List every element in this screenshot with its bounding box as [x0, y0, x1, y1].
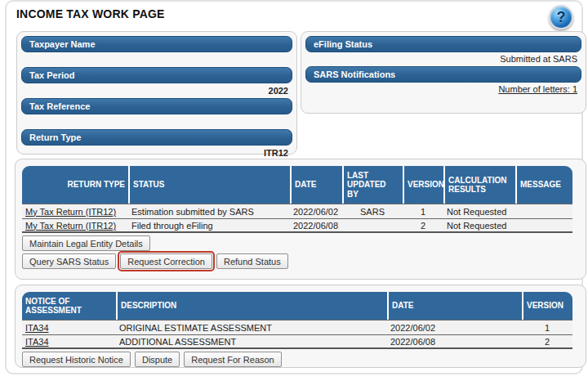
taxpayer-name-section: Taxpayer Name	[17, 36, 296, 66]
sars-notifications-section: SARS Notifications Number of letters: 1	[301, 66, 586, 96]
updated-cell	[342, 219, 403, 231]
taxpayer-name-header: Taxpayer Name	[21, 36, 292, 52]
version-cell: 1	[522, 320, 572, 334]
efiling-status-value: Submitted at SARS	[310, 52, 577, 65]
description-cell: ADDITIONAL ASSESSMENT	[116, 335, 387, 347]
ita34-link[interactable]: ITA34	[25, 323, 49, 333]
message-cell	[515, 204, 572, 218]
col-notice-of-assessment: NOTICE OF ASSESSMENT	[22, 292, 116, 320]
col-last-updated: LAST UPDATED BY	[342, 166, 403, 204]
query-sars-status-button[interactable]: Query SARS Status	[22, 253, 116, 269]
version-cell: 2	[522, 335, 572, 347]
request-historic-notice-button[interactable]: Request Historic Notice	[22, 352, 131, 367]
date-cell: 2022/06/02	[290, 204, 342, 218]
version-cell: 2	[403, 219, 443, 231]
message-cell	[515, 219, 572, 231]
number-of-letters-link[interactable]: Number of letters: 1	[498, 84, 577, 94]
col-description: DESCRIPTION	[116, 292, 387, 320]
description-cell: ORIGINAL ESTIMATE ASSESSMENT	[116, 320, 387, 334]
col-calc-results: CALCULATION RESULTS	[443, 166, 515, 204]
calc-cell: Not Requested	[443, 219, 515, 231]
date-cell: 2022/06/08	[387, 335, 522, 347]
taxpayer-name-value	[25, 53, 288, 66]
col-date: DATE	[387, 292, 522, 320]
date-cell: 2022/06/08	[290, 219, 342, 231]
version-cell: 1	[403, 204, 443, 218]
col-message: MESSAGE	[515, 166, 572, 204]
updated-cell: SARS	[342, 204, 403, 218]
tax-period-section: Tax Period 2022	[17, 67, 296, 97]
tax-reference-section: Tax Reference	[17, 98, 296, 128]
returns-table: RETURN TYPE STATUS DATE LAST UPDATED BY …	[22, 166, 572, 269]
help-icon[interactable]: ?	[549, 5, 573, 29]
table-row: My Tax Return (ITR12) Filed through eFil…	[22, 218, 572, 233]
notices-table-header: NOTICE OF ASSESSMENT DESCRIPTION DATE VE…	[22, 292, 572, 320]
col-return-type: RETURN TYPE	[22, 166, 128, 204]
tax-reference-header: Tax Reference	[21, 98, 292, 114]
date-cell: 2022/06/02	[387, 320, 522, 334]
returns-table-header: RETURN TYPE STATUS DATE LAST UPDATED BY …	[22, 166, 572, 204]
sars-notifications-header: SARS Notifications	[305, 66, 581, 83]
notices-panel: NOTICE OF ASSESSMENT DESCRIPTION DATE VE…	[15, 285, 586, 368]
my-tax-return-link[interactable]: My Tax Return (ITR12)	[25, 221, 116, 231]
status-cell: Filed through eFiling	[128, 219, 290, 231]
notices-table: NOTICE OF ASSESSMENT DESCRIPTION DATE VE…	[22, 292, 572, 367]
taxpayer-info-panel: Taxpayer Name Tax Period 2022 Tax Refere…	[16, 31, 297, 155]
page-title: INCOME TAX WORK PAGE	[16, 7, 165, 20]
request-correction-button[interactable]: Request Correction	[120, 253, 212, 269]
refund-status-button[interactable]: Refund Status	[216, 253, 288, 269]
efiling-status-section: eFiling Status Submitted at SARS	[301, 36, 586, 65]
col-version: VERSION	[403, 166, 443, 204]
efiling-status-panel: eFiling Status Submitted at SARS SARS No…	[301, 31, 586, 114]
work-page-frame: INCOME TAX WORK PAGE ? Taxpayer Name Tax…	[5, 0, 583, 374]
return-type-section: Return Type ITR12	[17, 129, 296, 159]
tax-period-value: 2022	[25, 84, 288, 97]
col-date: DATE	[290, 166, 342, 204]
return-type-value: ITR12	[25, 146, 288, 159]
calc-cell: Not Requested	[443, 204, 515, 218]
dispute-button[interactable]: Dispute	[135, 352, 180, 367]
my-tax-return-link[interactable]: My Tax Return (ITR12)	[25, 207, 116, 217]
maintain-legal-entity-button[interactable]: Maintain Legal Entity Details	[22, 235, 150, 251]
status-cell: Estimation submitted by SARS	[128, 204, 290, 218]
request-for-reason-button[interactable]: Request For Reason	[184, 352, 282, 367]
table-row: ITA34 ORIGINAL ESTIMATE ASSESSMENT 2022/…	[22, 320, 572, 334]
col-version: VERSION	[522, 292, 572, 320]
table-row: ITA34 ADDITIONAL ASSESSMENT 2022/06/08 2	[22, 334, 572, 349]
tax-period-header: Tax Period	[21, 67, 292, 83]
col-status: STATUS	[128, 166, 290, 204]
tax-reference-value	[25, 115, 288, 128]
table-row: My Tax Return (ITR12) Estimation submitt…	[22, 204, 572, 218]
ita34-link[interactable]: ITA34	[25, 337, 49, 347]
return-type-header: Return Type	[21, 129, 292, 146]
efiling-status-header: eFiling Status	[305, 36, 581, 52]
returns-panel: RETURN TYPE STATUS DATE LAST UPDATED BY …	[15, 159, 586, 280]
